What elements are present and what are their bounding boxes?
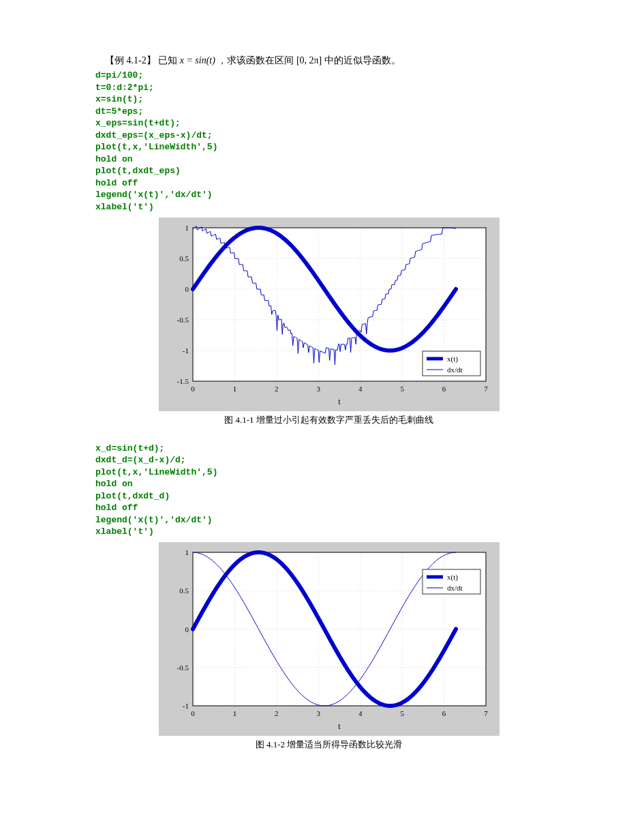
svg-text:-1: -1: [182, 346, 188, 355]
svg-text:0: 0: [185, 285, 189, 293]
figure-2-caption: 图 4.1-2 增量适当所得导函数比较光滑: [256, 739, 403, 751]
svg-text:-0.5: -0.5: [177, 664, 189, 672]
intro-before: 已知: [158, 55, 177, 65]
svg-text:7: 7: [484, 385, 488, 393]
svg-text:2: 2: [275, 709, 279, 717]
svg-text:x(t): x(t): [447, 573, 458, 582]
intro-after: 中的近似导函数。: [324, 55, 401, 65]
svg-text:1: 1: [232, 709, 236, 717]
svg-text:-1.5: -1.5: [177, 377, 189, 385]
svg-text:7: 7: [484, 709, 488, 717]
svg-text:1: 1: [232, 385, 236, 393]
svg-text:x(t): x(t): [447, 355, 458, 363]
example-label: 【例 4.1-2】: [105, 55, 156, 65]
svg-text:6: 6: [442, 385, 446, 393]
svg-text:0: 0: [185, 625, 189, 633]
svg-text:3: 3: [316, 709, 320, 717]
svg-text:2: 2: [275, 385, 279, 393]
svg-text:5: 5: [400, 709, 404, 717]
svg-text:-1: -1: [182, 702, 188, 710]
chart-1-svg: 01234567-1.5-1-0.500.51tx(t)dx/dt: [159, 218, 500, 408]
svg-text:dx/dt: dx/dt: [447, 366, 463, 374]
svg-text:-0.5: -0.5: [177, 316, 189, 324]
svg-text:t: t: [338, 721, 341, 731]
svg-text:5: 5: [400, 385, 404, 393]
chart-2-svg: 01234567-1-0.500.51tx(t)dx/dt: [159, 542, 500, 733]
svg-text:6: 6: [442, 709, 446, 717]
svg-text:0.5: 0.5: [179, 586, 189, 595]
svg-text:0: 0: [191, 709, 195, 717]
svg-text:3: 3: [316, 385, 320, 393]
code-block-1: d=pi/100; t=0:d:2*pi; x=sin(t); dt=5*eps…: [95, 70, 562, 213]
code-block-2: x_d=sin(t+d); dxdt_d=(x_d-x)/d; plot(t,x…: [95, 443, 562, 538]
figure-1: 01234567-1.5-1-0.500.51tx(t)dx/dt 图 4.1-…: [95, 218, 562, 426]
svg-text:dx/dt: dx/dt: [447, 584, 463, 592]
svg-text:1: 1: [185, 224, 189, 232]
figure-2-bg: 01234567-1-0.500.51tx(t)dx/dt: [159, 542, 500, 736]
svg-text:1: 1: [185, 548, 189, 556]
svg-text:0.5: 0.5: [179, 254, 189, 263]
figure-1-bg: 01234567-1.5-1-0.500.51tx(t)dx/dt: [159, 218, 500, 411]
svg-text:4: 4: [358, 709, 362, 717]
figure-1-caption: 图 4.1-1 增量过小引起有效数字严重丢失后的毛刺曲线: [224, 414, 433, 426]
svg-text:0: 0: [191, 385, 195, 393]
intro-formula: x = sin(t): [180, 55, 215, 65]
intro-mid: ，求该函数在区间: [217, 55, 294, 65]
svg-text:4: 4: [358, 385, 362, 393]
example-intro: 【例 4.1-2】 已知 x = sin(t) ，求该函数在区间 [0, 2π]…: [95, 55, 562, 67]
svg-text:t: t: [338, 397, 341, 406]
figure-2: 01234567-1-0.500.51tx(t)dx/dt 图 4.1-2 增量…: [95, 542, 562, 751]
intro-interval: [0, 2π]: [296, 55, 322, 65]
